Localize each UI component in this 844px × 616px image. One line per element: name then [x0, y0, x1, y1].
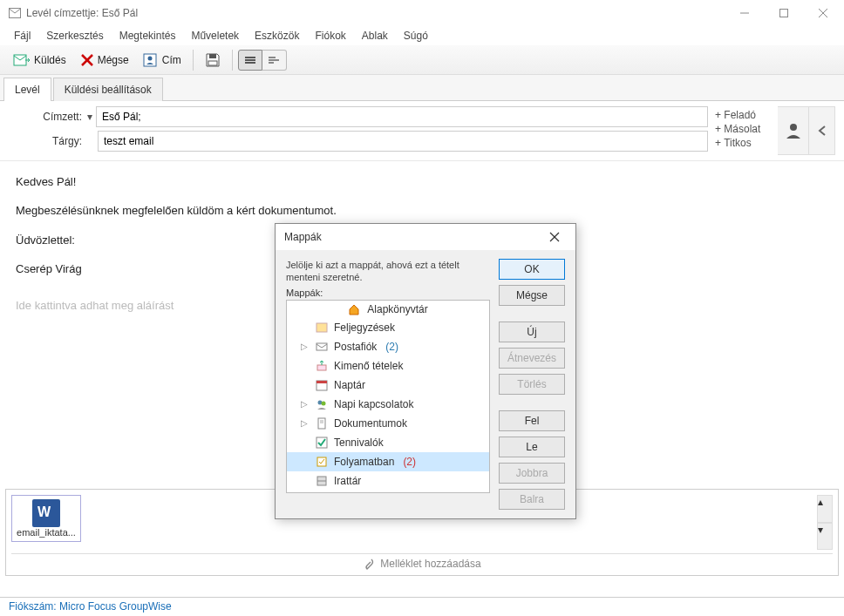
add-from-link[interactable]: + Feladó	[715, 108, 778, 122]
word-doc-icon	[32, 499, 60, 527]
view-lines-icon	[243, 55, 257, 65]
attachment-item[interactable]: email_iktata...	[11, 495, 81, 542]
save-icon	[205, 52, 221, 68]
tree-item-label: Irattár	[334, 473, 361, 489]
dialog-instruction: Jelölje ki azt a mappát, ahová ezt a tét…	[286, 259, 490, 284]
tree-item[interactable]: Kimenő tételek	[287, 356, 489, 376]
address-icon	[143, 52, 159, 68]
expand-caret-icon[interactable]: ▷	[301, 339, 310, 355]
view-plain-button[interactable]	[262, 50, 287, 71]
add-recipient-fields: + Feladó + Másolat + Titkos	[708, 106, 778, 155]
folder-tree[interactable]: Alapkönyvtár Feljegyzések▷Postafiók(2)Ki…	[286, 300, 490, 493]
dialog-left-button[interactable]: Balra	[499, 489, 565, 510]
add-bcc-link[interactable]: + Titkos	[715, 136, 778, 150]
folder-type-icon	[315, 321, 329, 335]
view-toggle-group	[238, 50, 287, 71]
dialog-new-button[interactable]: Új	[499, 322, 565, 342]
contact-picker-button[interactable]	[778, 106, 809, 155]
tab-mail[interactable]: Levél	[3, 78, 51, 101]
menu-view[interactable]: Megtekintés	[112, 28, 183, 44]
scroll-up-button[interactable]: ▴	[817, 495, 833, 523]
cancel-button[interactable]: Mégse	[74, 49, 135, 71]
dialog-close-button[interactable]	[542, 225, 567, 249]
tree-item-count: (2)	[403, 454, 416, 470]
subject-field[interactable]	[98, 131, 708, 152]
address-button[interactable]: Cím	[137, 48, 187, 72]
tab-send-options[interactable]: Küldési beállítások	[53, 78, 163, 101]
person-icon	[784, 121, 803, 140]
to-field[interactable]	[96, 106, 708, 127]
dialog-field-label: Mappák:	[286, 288, 490, 298]
menu-tools[interactable]: Eszközök	[248, 28, 306, 44]
folder-type-icon	[315, 340, 329, 354]
svg-rect-2	[779, 10, 787, 17]
tree-item-label: Naptár	[334, 377, 365, 393]
tree-item-label: Feljegyzések	[334, 320, 395, 335]
attachment-scrollbar[interactable]: ▴ ▾	[817, 495, 833, 550]
add-cc-link[interactable]: + Másolat	[715, 122, 778, 136]
dialog-title: Mappák	[284, 231, 542, 243]
paperclip-icon	[363, 558, 375, 570]
expand-caret-icon[interactable]: ▷	[301, 416, 310, 431]
svg-point-27	[322, 401, 326, 405]
tree-item[interactable]: Irattár	[287, 471, 489, 491]
dialog-ok-button[interactable]: OK	[499, 259, 565, 280]
to-label: Címzett:	[9, 111, 87, 123]
folder-type-icon	[315, 378, 329, 392]
cancel-icon	[80, 53, 94, 67]
dialog-right-button[interactable]: Jobbra	[499, 463, 565, 484]
toolbar: Küldés Mégse Cím	[0, 45, 844, 75]
tree-item[interactable]: Lomtár(3)	[287, 491, 489, 493]
menu-window[interactable]: Ablak	[355, 28, 395, 44]
send-icon	[13, 52, 31, 68]
tree-item[interactable]: Tennivalók	[287, 433, 489, 452]
menu-actions[interactable]: Műveletek	[184, 28, 246, 44]
attachment-filename: email_iktata...	[17, 527, 76, 538]
maximize-button[interactable]	[764, 0, 803, 26]
compose-tabs: Levél Küldési beállítások	[0, 75, 844, 101]
expand-header-button[interactable]	[809, 106, 835, 155]
menu-edit[interactable]: Szerkesztés	[39, 28, 110, 44]
view-html-button[interactable]	[238, 50, 262, 71]
dialog-delete-button[interactable]: Törlés	[499, 374, 565, 395]
folder-type-icon	[315, 474, 329, 488]
svg-rect-25	[316, 381, 327, 383]
home-icon	[348, 303, 360, 315]
folder-type-icon	[315, 397, 329, 411]
tree-item-label: Lomtár	[334, 492, 366, 493]
close-button[interactable]	[803, 0, 842, 26]
scroll-down-button[interactable]: ▾	[817, 523, 833, 551]
dialog-up-button[interactable]: Fel	[499, 410, 565, 431]
dialog-down-button[interactable]: Le	[499, 437, 565, 457]
to-dropdown-button[interactable]: ▾	[87, 111, 92, 123]
dialog-cancel-button[interactable]: Mégse	[499, 285, 565, 306]
tree-item[interactable]: ▷Postafiók(2)	[287, 337, 489, 356]
svg-rect-10	[209, 54, 216, 58]
menu-file[interactable]: Fájl	[7, 28, 37, 44]
add-attachment-button[interactable]: Melléklet hozzáadása	[11, 553, 833, 570]
menu-bar: Fájl Szerkesztés Megtekintés Műveletek E…	[0, 26, 844, 45]
tree-item-label: Tennivalók	[334, 435, 384, 450]
expand-caret-icon[interactable]: ▷	[301, 396, 310, 412]
tree-item-label: Postafiók	[334, 339, 377, 355]
save-button[interactable]	[199, 48, 227, 72]
send-button[interactable]: Küldés	[7, 48, 72, 72]
view-lines-alt-icon	[267, 55, 281, 65]
tree-item[interactable]: ▷Dokumentumok	[287, 414, 489, 433]
tree-item-label: Dokumentumok	[334, 416, 407, 431]
minimize-button[interactable]	[725, 0, 764, 26]
close-icon	[549, 232, 560, 242]
tree-item-count: (3)	[375, 492, 388, 493]
dialog-rename-button[interactable]: Átnevezés	[499, 348, 565, 369]
tree-item[interactable]: Folyamatban(2)	[287, 452, 489, 471]
tree-item[interactable]: Naptár	[287, 376, 489, 395]
svg-rect-22	[316, 343, 327, 350]
account-link[interactable]: Fiókszám: Micro Focus GroupWise	[9, 600, 172, 613]
window-title: Levél címzettje: Eső Pál	[26, 7, 725, 19]
tree-item[interactable]: ▷Napi kapcsolatok	[287, 395, 489, 414]
status-bar: Fiókszám: Micro Focus GroupWise	[0, 597, 844, 616]
tree-root[interactable]: Alapkönyvtár	[287, 301, 489, 318]
tree-item[interactable]: Feljegyzések	[287, 318, 489, 337]
menu-help[interactable]: Súgó	[397, 28, 435, 44]
menu-accounts[interactable]: Fiókok	[308, 28, 352, 44]
